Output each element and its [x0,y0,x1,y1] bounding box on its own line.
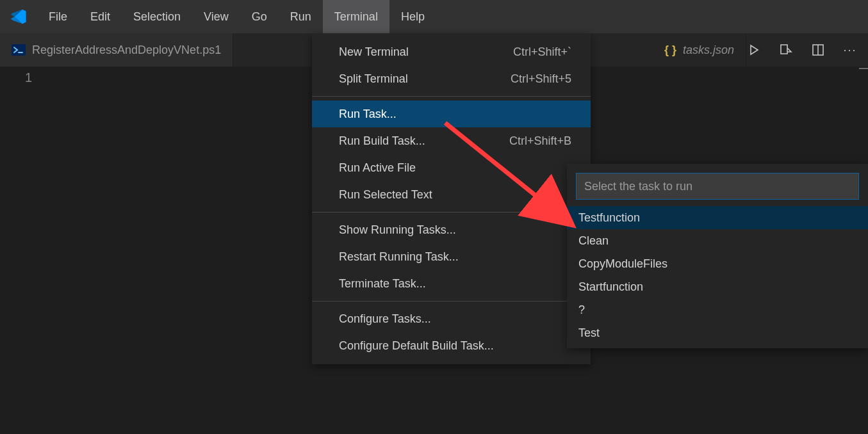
menu-selection[interactable]: Selection [122,0,192,33]
terminal-menu-item[interactable]: Split TerminalCtrl+Shift+5 [312,65,591,92]
menu-item-label: Run Task... [339,108,397,121]
quick-pick-item[interactable]: Startfunction [567,275,868,298]
menu-item-label: Show Running Tasks... [339,223,456,237]
quick-pick-input-row [576,173,859,200]
tab-tasks-json[interactable]: { } tasks.json [655,33,746,67]
terminal-menu-item[interactable]: Terminate Task... [312,270,591,297]
menu-separator [312,301,591,301]
quick-pick-list: TestfunctionCleanCopyModuleFilesStartfun… [567,206,868,348]
terminal-menu-item[interactable]: Configure Default Build Task... [312,332,591,359]
menu-go[interactable]: Go [240,0,279,33]
more-actions-icon[interactable]: ··· [842,42,858,58]
editor-actions: ··· [746,33,868,67]
menu-help[interactable]: Help [389,0,436,33]
task-quick-pick: TestfunctionCleanCopyModuleFilesStartfun… [567,164,868,348]
menu-separator [312,212,591,213]
menu-item-label: Split Terminal [339,72,408,86]
menu-view[interactable]: View [192,0,240,33]
menu-item-label: Run Active File [339,161,416,175]
vscode-logo-icon [8,6,28,27]
split-editor-icon[interactable] [810,42,826,58]
terminal-menu-dropdown: New TerminalCtrl+Shift+`Split TerminalCt… [312,33,591,364]
menu-item-label: Configure Tasks... [339,312,431,326]
menu-edit[interactable]: Edit [79,0,122,33]
quick-pick-item[interactable]: ? [567,298,868,321]
tab-register-address[interactable]: RegisterAddressAndDeployVNet.ps1 [0,33,233,67]
line-number: 1 [0,70,32,85]
quick-pick-item[interactable]: Testfunction [567,206,868,229]
open-changes-icon[interactable] [778,42,794,58]
svg-rect-0 [12,44,26,56]
terminal-menu-item[interactable]: Run Selected Text [312,181,591,208]
menu-run[interactable]: Run [279,0,323,33]
quick-pick-item[interactable]: Test [567,321,868,344]
terminal-menu-item[interactable]: Restart Running Task... [312,243,591,270]
menu-terminal[interactable]: Terminal [323,0,389,33]
terminal-menu-item[interactable]: Run Task... [312,100,591,127]
tab-label: RegisterAddressAndDeployVNet.ps1 [32,44,221,57]
terminal-menu-item[interactable]: Run Active File [312,154,591,181]
menu-item-label: New Terminal [339,45,409,59]
terminal-menu-item[interactable]: Show Running Tasks... [312,216,591,243]
menu-item-label: Run Build Task... [339,134,425,148]
scrollbar-marker [859,68,868,69]
quick-pick-item[interactable]: CopyModuleFiles [567,252,868,275]
line-number-gutter: 1 [0,67,50,85]
terminal-menu-item[interactable]: Run Build Task...Ctrl+Shift+B [312,127,591,154]
menu-separator [312,96,591,97]
quick-pick-item[interactable]: Clean [567,229,868,252]
menu-file[interactable]: File [37,0,79,33]
menu-item-shortcut: Ctrl+Shift+5 [511,72,571,86]
menu-item-label: Run Selected Text [339,188,432,202]
quick-pick-input[interactable] [576,173,859,200]
tab-label: tasks.json [683,44,734,57]
menu-item-shortcut: Ctrl+Shift+` [513,45,571,59]
json-file-icon: { } [664,44,676,57]
powershell-file-icon [12,44,26,56]
menu-item-shortcut: Ctrl+Shift+B [509,134,571,148]
terminal-menu-item[interactable]: New TerminalCtrl+Shift+` [312,38,591,65]
menu-item-label: Restart Running Task... [339,250,459,264]
terminal-menu-item[interactable]: Configure Tasks... [312,305,591,332]
menubar: File Edit Selection View Go Run Terminal… [0,0,868,33]
menu-item-label: Configure Default Build Task... [339,339,494,353]
menu-item-label: Terminate Task... [339,277,426,291]
run-icon[interactable] [746,42,762,58]
